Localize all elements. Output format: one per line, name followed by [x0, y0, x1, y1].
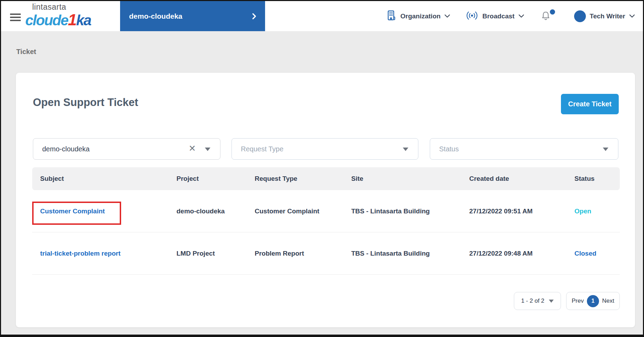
column-header-site: Site	[343, 175, 461, 183]
bell-icon	[541, 11, 551, 22]
tickets-table: Subject Project Request Type Site Create…	[32, 167, 620, 275]
organization-menu[interactable]: Organization	[386, 1, 450, 31]
table-row: Customer Complaint demo-cloudeka Custome…	[32, 190, 620, 232]
page-title: Open Support Ticket	[33, 96, 138, 109]
caret-down-icon[interactable]	[603, 148, 608, 151]
caret-down-icon[interactable]	[403, 148, 408, 151]
current-page-button[interactable]: 1	[587, 295, 599, 307]
status-filter-select[interactable]: Status	[430, 138, 618, 160]
breadcrumb: Ticket	[16, 48, 36, 56]
create-ticket-button[interactable]: Create Ticket	[561, 94, 619, 114]
notifications-button[interactable]	[541, 1, 551, 31]
ticket-subject-link[interactable]: Customer Complaint	[32, 207, 169, 215]
top-header: lintasarta cloude1ka demo-cloudeka Organ…	[1, 1, 643, 31]
logo-tagline: lintasarta	[32, 3, 91, 11]
hamburger-bar	[10, 20, 21, 21]
ticket-project: LMD Project	[169, 250, 247, 257]
chevron-down-icon	[518, 13, 524, 19]
user-menu[interactable]: Tech Writer	[574, 1, 635, 31]
caret-down-icon[interactable]	[205, 148, 210, 151]
app-root: { "colors": { "brand_blue": "#2565ae", "…	[0, 0, 644, 337]
column-header-project: Project	[169, 175, 247, 183]
project-selector[interactable]: demo-cloudeka	[120, 1, 265, 31]
ticket-request-type: Problem Report	[247, 250, 343, 257]
avatar	[574, 10, 586, 22]
cloudeka-wordmark: cloude1ka	[25, 12, 91, 28]
pagination-range-label: 1 - 2 of 2	[521, 298, 544, 304]
column-header-created-date: Created date	[461, 175, 566, 183]
status-badge: Closed	[566, 250, 620, 257]
ticket-project: demo-cloudeka	[169, 207, 247, 215]
request-type-placeholder: Request Type	[241, 145, 283, 153]
broadcast-waves-icon	[465, 11, 479, 21]
organization-label: Organization	[400, 12, 441, 20]
ticket-created-date: 27/12/2022 09:48 AM	[461, 250, 566, 257]
clear-icon[interactable]: ✕	[189, 143, 196, 153]
lintasarta-cloudeka-logo: lintasarta cloude1ka	[25, 3, 91, 28]
column-header-status: Status	[566, 175, 620, 183]
table-header: Subject Project Request Type Site Create…	[32, 167, 620, 190]
column-header-subject: Subject	[32, 175, 169, 183]
column-header-request-type: Request Type	[247, 175, 343, 183]
notification-dot	[550, 9, 555, 15]
table-row: trial-ticket-problem report LMD Project …	[32, 232, 620, 275]
hamburger-bar	[10, 14, 21, 15]
caret-down-icon	[549, 300, 554, 303]
prev-button[interactable]: Prev	[572, 298, 584, 304]
broadcast-menu[interactable]: Broadcast	[465, 1, 524, 31]
next-button[interactable]: Next	[602, 298, 614, 304]
ticket-request-type: Customer Complaint	[247, 207, 343, 215]
hamburger-bar	[10, 17, 21, 18]
building-icon	[386, 10, 397, 23]
rows-per-page-select[interactable]: 1 - 2 of 2	[514, 292, 561, 310]
status-placeholder: Status	[439, 145, 459, 153]
chevron-down-icon	[629, 13, 635, 19]
ticket-site: TBS - Lintasarta Building	[343, 207, 461, 215]
user-name: Tech Writer	[590, 12, 625, 20]
status-badge: Open	[566, 207, 620, 215]
hamburger-icon[interactable]	[10, 12, 21, 23]
project-selector-label: demo-cloudeka	[129, 12, 182, 20]
chevron-right-icon	[252, 13, 256, 21]
ticket-site: TBS - Lintasarta Building	[343, 250, 461, 257]
pagination-controls: Prev 1 Next	[566, 292, 620, 310]
chevron-down-icon	[444, 13, 450, 19]
project-filter-select[interactable]: demo-cloudeka ✕	[33, 138, 220, 160]
ticket-created-date: 27/12/2022 09:51 AM	[461, 207, 566, 215]
broadcast-label: Broadcast	[482, 12, 515, 20]
request-type-filter-select[interactable]: Request Type	[232, 138, 418, 160]
open-support-ticket-card: Open Support Ticket Create Ticket demo-c…	[16, 73, 635, 327]
project-filter-value: demo-cloudeka	[42, 145, 90, 153]
ticket-subject-link[interactable]: trial-ticket-problem report	[32, 250, 169, 257]
